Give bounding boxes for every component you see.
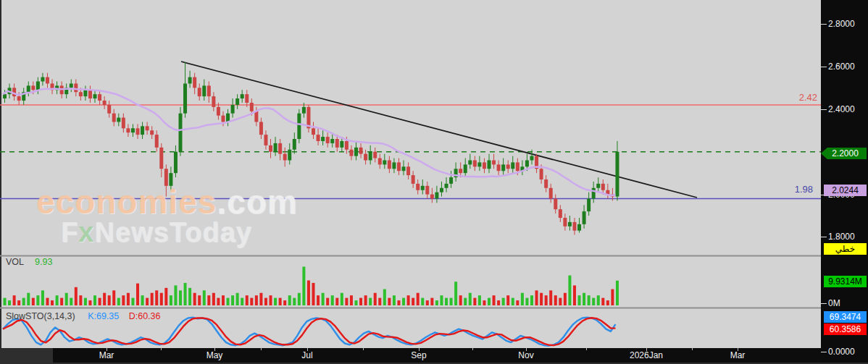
- volume-bar: [222, 295, 225, 305]
- candle-body: [412, 175, 415, 184]
- candle-body: [98, 94, 101, 101]
- candle-body: [430, 195, 434, 199]
- volume-bar: [99, 298, 101, 305]
- candle-body: [278, 143, 282, 154]
- time-tick-label: 2026Jan: [630, 350, 663, 360]
- volume-bar: [70, 298, 72, 305]
- volume-bar: [188, 288, 191, 305]
- time-tick: [646, 348, 647, 351]
- volume-bar: [540, 293, 543, 305]
- volume-label: VOL: [6, 257, 24, 267]
- candle-body: [293, 139, 296, 150]
- scale-mode-badge[interactable]: خطي: [824, 243, 867, 255]
- volume-bar: [112, 290, 115, 305]
- candle-body: [178, 114, 182, 152]
- candle-body: [159, 148, 163, 169]
- candle-body: [359, 148, 363, 154]
- volume-bar: [407, 295, 410, 305]
- volume-bar: [231, 295, 234, 305]
- time-tick: [307, 348, 308, 351]
- resistance-price-label: 2.42: [791, 92, 817, 103]
- time-axis[interactable]: MarMayJulSepNov2026JanMar: [0, 348, 821, 364]
- candle-body: [492, 160, 496, 164]
- volume-bar: [459, 295, 462, 305]
- time-tick-label: Mar: [99, 350, 114, 360]
- volume-bar: [293, 298, 296, 305]
- candle-body: [88, 90, 92, 98]
- candle-body: [155, 135, 159, 148]
- candle-body: [136, 128, 140, 135]
- price-level-badge: 2.2000: [821, 148, 867, 159]
- volume-bar: [588, 295, 591, 305]
- volume-bar: [60, 298, 63, 305]
- time-tick: [107, 348, 107, 351]
- candle-body: [483, 162, 486, 169]
- candle-body: [169, 173, 172, 186]
- volume-bar: [378, 298, 381, 305]
- candle-body: [525, 160, 529, 166]
- stochastic-panel-header: SlowSTO(3,14,3) K:69.35 D:60.36: [6, 311, 161, 321]
- candle-body: [297, 114, 301, 139]
- time-tick-label: Sep: [411, 350, 426, 360]
- candle-body: [183, 83, 187, 113]
- candle-body: [283, 154, 287, 161]
- volume-bar: [212, 293, 215, 305]
- candle-body: [563, 218, 567, 227]
- volume-bar: [341, 293, 343, 305]
- candle-body: [93, 94, 97, 98]
- volume-bar: [450, 298, 453, 305]
- candle-body: [312, 128, 315, 135]
- volume-bar: [27, 293, 30, 305]
- volume-bar: [397, 300, 400, 305]
- candle-body: [402, 166, 406, 171]
- volume-bar: [312, 283, 315, 305]
- candle-body: [141, 126, 144, 135]
- axis-tick: [821, 24, 827, 25]
- price-tick-label: 1.8000: [828, 232, 855, 242]
- candle-body: [330, 139, 334, 143]
- volume-bar: [75, 287, 78, 305]
- candle-body: [445, 184, 448, 188]
- trading-chart-window: economies.com FxNewsToday VOL 9.93 SlowS…: [0, 0, 868, 364]
- volume-bar: [283, 300, 286, 305]
- volume-bar: [255, 295, 258, 305]
- volume-bar: [17, 300, 20, 305]
- volume-bar: [279, 298, 282, 305]
- volume-bar: [103, 293, 106, 305]
- candle-body: [354, 148, 358, 156]
- volume-bar: [217, 298, 220, 305]
- candle-body: [250, 103, 254, 111]
- candle-body: [241, 94, 244, 98]
- trendline: [181, 62, 697, 198]
- time-tick: [738, 348, 738, 351]
- volume-bar: [141, 295, 144, 305]
- price-axis[interactable]: 2.80002.60002.40002.00001.80000M0.0000: [821, 0, 868, 364]
- volume-bar: [307, 281, 310, 306]
- candle-body: [103, 101, 107, 105]
- candle-body: [345, 141, 349, 150]
- volume-bar: [136, 284, 139, 305]
- candle-body: [340, 141, 343, 148]
- candle-body: [264, 135, 267, 145]
- time-tick: [214, 348, 215, 351]
- volume-bar: [535, 290, 538, 305]
- volume-bar: [430, 298, 433, 305]
- volume-bar: [483, 300, 485, 305]
- candle-body: [549, 188, 553, 199]
- chart-canvas[interactable]: [0, 0, 868, 364]
- candle-body: [388, 160, 391, 169]
- volume-bar: [592, 298, 595, 305]
- volume-bar: [46, 298, 49, 305]
- volume-bar: [402, 298, 405, 305]
- candle-body: [477, 162, 481, 166]
- candle-body: [150, 130, 154, 135]
- volume-bar: [568, 276, 571, 305]
- volume-bar: [274, 298, 277, 305]
- volume-bar: [170, 295, 172, 305]
- candle-body: [122, 118, 125, 129]
- volume-bar: [488, 298, 491, 305]
- volume-bar: [288, 295, 291, 305]
- candle-body: [335, 139, 339, 148]
- candle-body: [174, 152, 178, 173]
- candle-body: [217, 107, 220, 116]
